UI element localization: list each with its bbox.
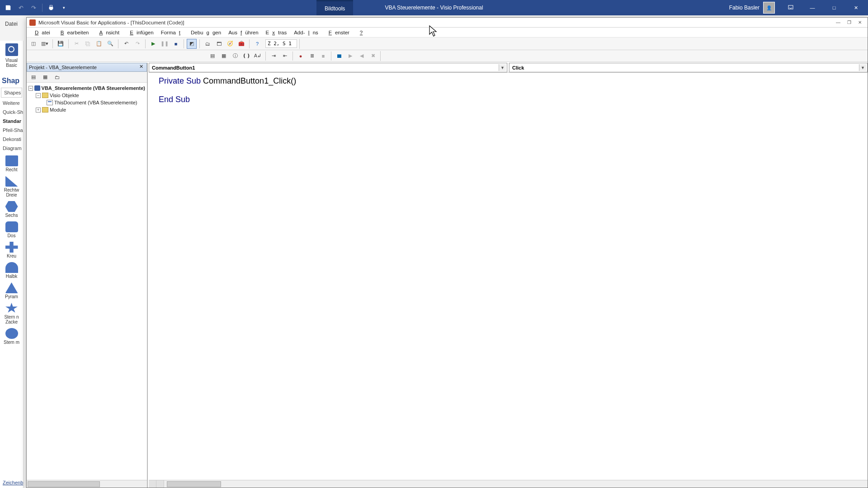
code-hscroll[interactable] (149, 480, 868, 488)
project-icon (34, 85, 40, 91)
menu-addins[interactable]: Add-Ins (291, 29, 321, 36)
paste-icon[interactable]: 📋 (94, 39, 104, 49)
qat-customize-icon[interactable]: ▾ (58, 2, 69, 13)
tree-project-root[interactable]: – VBA_Steuerelemente (VBA Steuerelemente… (28, 84, 146, 92)
design-mode-icon[interactable]: ◩ (187, 39, 197, 49)
toolbar-grip-2[interactable] (380, 51, 383, 61)
shape-star[interactable]: Stern n Zacke (0, 300, 23, 325)
user-avatar[interactable]: 👤 (763, 2, 775, 14)
bookmark-next-icon[interactable]: ▶ (345, 51, 355, 61)
minimize-button[interactable]: ― (802, 0, 823, 15)
shapes-search[interactable]: Shapes s (1, 88, 22, 98)
ribbon-tab-datei[interactable]: Datei (5, 21, 18, 27)
cat-dekorati[interactable]: Dekorati (0, 135, 23, 144)
breakpoint-icon[interactable]: ● (296, 51, 306, 61)
code-editor[interactable]: Private Sub CommandButton1_Click() End S… (149, 73, 868, 480)
cut-icon[interactable]: ✂ (71, 39, 81, 49)
shape-cross[interactable]: Kreu (0, 239, 23, 259)
visual-basic-button[interactable]: Visual Basic (1, 42, 22, 69)
help-icon[interactable]: ? (252, 39, 262, 49)
menu-fenster[interactable]: Fenster (322, 29, 353, 36)
menu-help[interactable]: ? (354, 29, 369, 36)
maximize-button[interactable]: □ (824, 0, 844, 15)
reset-icon[interactable]: ■ (171, 39, 181, 49)
toolbox-icon[interactable]: 🧰 (236, 39, 246, 49)
tree-folder-visio-objects[interactable]: – Visio Objekte (28, 92, 146, 99)
object-browser-icon[interactable]: 🧭 (225, 39, 235, 49)
vbe-close-button[interactable]: ✕ (855, 19, 865, 26)
tree-folder-module[interactable]: + Module (28, 106, 146, 113)
redo-icon[interactable]: ↷ (132, 39, 142, 49)
project-explorer-close-icon[interactable]: ✕ (137, 64, 145, 71)
close-button[interactable]: ✕ (845, 0, 866, 15)
uncomment-block-icon[interactable]: ≡ (318, 51, 328, 61)
shape-pyramid[interactable]: Pyram (0, 280, 23, 300)
menu-einfuegen[interactable]: Einfügen (123, 29, 156, 36)
menu-ausfuehren[interactable]: Ausführen (225, 29, 261, 36)
cat-standard[interactable]: Standar (0, 117, 23, 126)
shape-star-round[interactable]: Stern m (0, 325, 23, 346)
shape-halfcircle[interactable]: Halbk (0, 259, 23, 280)
break-icon[interactable]: ❚❚ (160, 39, 170, 49)
menu-bearbeiten[interactable]: Bearbeiten (54, 29, 92, 36)
view-visio-icon[interactable]: ◫ (28, 39, 38, 49)
quick-info-icon[interactable]: ⓘ (230, 51, 240, 61)
outdent-icon[interactable]: ⇤ (280, 51, 290, 61)
full-module-view-icon[interactable] (156, 480, 164, 488)
copy-icon[interactable]: ⿻ (83, 39, 93, 49)
procedure-view-icon[interactable] (149, 480, 156, 488)
indent-icon[interactable]: ⇥ (269, 51, 278, 61)
redo-icon[interactable]: ↷ (28, 2, 39, 13)
toolbar-grip[interactable] (299, 39, 302, 49)
shape-rtriangle[interactable]: Rechtw Dreie (0, 173, 23, 198)
menu-extras[interactable]: Extras (263, 29, 290, 36)
view-object-icon[interactable]: ▦ (40, 72, 50, 82)
undo-icon[interactable]: ↶ (121, 39, 131, 49)
menu-datei[interactable]: Datei (28, 29, 53, 36)
bildtools-tab[interactable]: Bildtools (316, 0, 353, 15)
print-icon[interactable] (46, 2, 57, 13)
shape-hexagon[interactable]: Sechs (0, 198, 23, 219)
menu-ansicht[interactable]: Ansicht (93, 29, 123, 36)
bookmark-toggle-icon[interactable]: ⯀ (334, 51, 344, 61)
menu-format[interactable]: Format (158, 29, 187, 36)
save-icon[interactable]: 💾 (56, 39, 66, 49)
procedure-combo[interactable]: Click ▼ (509, 63, 868, 72)
toggle-folders-icon[interactable]: 🗀 (52, 72, 62, 82)
vbe-restore-button[interactable]: ❐ (844, 19, 854, 26)
list-properties-icon[interactable]: ▤ (208, 51, 217, 61)
cat-quick[interactable]: Quick-Sh (0, 108, 23, 117)
menu-debuggen[interactable]: Debuggen (188, 29, 224, 36)
object-combo[interactable]: CommandButton1 ▼ (149, 63, 507, 72)
cat-diagram[interactable]: Diagram (0, 144, 23, 153)
project-tree[interactable]: – VBA_Steuerelemente (VBA Steuerelemente… (27, 83, 147, 115)
complete-word-icon[interactable]: A↲ (253, 51, 263, 61)
tree-thisdocument[interactable]: ThisDocument (VBA Steuerelemente) (28, 99, 146, 106)
document-icon (47, 100, 53, 105)
vbe-minimize-button[interactable]: ― (833, 19, 843, 26)
list-constants-icon[interactable]: ▦ (219, 51, 229, 61)
view-code-icon[interactable]: ▤ (28, 72, 38, 82)
project-explorer-title[interactable]: Projekt - VBA_Steuerelemente ✕ (27, 63, 147, 72)
save-icon[interactable] (3, 2, 14, 13)
bookmark-clear-icon[interactable]: ✖ (368, 51, 378, 61)
cat-pfeil[interactable]: Pfeil-Sha (0, 126, 23, 135)
cat-weitere[interactable]: Weitere (0, 99, 23, 108)
shape-can[interactable]: Dos (0, 219, 23, 239)
shape-rect[interactable]: Recht (0, 153, 23, 173)
project-explorer-icon[interactable]: 🗂 (203, 39, 212, 49)
bookmark-prev-icon[interactable]: ◀ (357, 51, 367, 61)
properties-icon[interactable]: 🗔 (214, 39, 224, 49)
project-hscroll[interactable] (27, 480, 147, 488)
zeichenblatt-link[interactable]: Zeichenb (3, 480, 23, 485)
undo-icon[interactable]: ↶ (15, 2, 26, 13)
insert-module-icon[interactable]: ▥▾ (40, 39, 50, 49)
comment-block-icon[interactable]: ≣ (307, 51, 317, 61)
find-icon[interactable]: 🔍 (105, 39, 115, 49)
chevron-down-icon[interactable]: ▼ (499, 64, 506, 71)
run-icon[interactable]: ▶ (148, 39, 158, 49)
vbe-titlebar[interactable]: Microsoft Visual Basic for Applications … (27, 18, 868, 28)
parameter-info-icon[interactable]: ❪❫ (241, 51, 251, 61)
chevron-down-icon[interactable]: ▼ (859, 64, 866, 71)
ribbon-options-icon[interactable] (780, 0, 801, 15)
